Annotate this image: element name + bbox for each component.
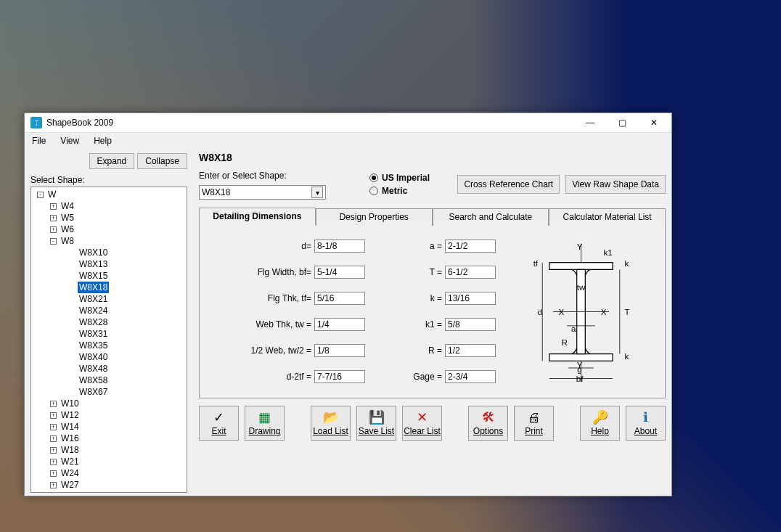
- tree-item-label: W8X67: [78, 386, 109, 398]
- tree-item[interactable]: W8X24: [31, 305, 187, 316]
- menu-view[interactable]: View: [57, 134, 82, 147]
- help-button[interactable]: 🔑Help: [580, 406, 620, 441]
- expand-icon[interactable]: +: [50, 424, 57, 430]
- tree-item[interactable]: -W: [31, 189, 187, 200]
- collapse-icon[interactable]: -: [50, 238, 57, 245]
- tree-item[interactable]: +W4: [31, 200, 187, 212]
- expand-icon[interactable]: +: [50, 459, 57, 465]
- tree-item[interactable]: W8X40: [31, 351, 187, 363]
- client-area: Expand Collapse Select Shape: -W+W4+W5+W…: [25, 149, 671, 497]
- dim-input-R[interactable]: [445, 344, 496, 357]
- dim-k1: k1 =: [387, 318, 496, 331]
- shape-combo[interactable]: W8X18 ▾: [199, 185, 326, 200]
- expand-icon[interactable]: +: [50, 470, 57, 477]
- chevron-down-icon[interactable]: ▾: [311, 187, 323, 198]
- expand-icon[interactable]: +: [50, 412, 57, 419]
- dim-input-T[interactable]: [445, 266, 496, 279]
- tree-item-label: W18: [60, 444, 81, 456]
- tab-detailing[interactable]: Detailing Dimensions: [199, 208, 316, 225]
- expand-icon[interactable]: +: [50, 401, 57, 407]
- tree-item[interactable]: +W6: [31, 224, 187, 235]
- tree-item-label: W12: [60, 409, 81, 421]
- tree-item[interactable]: +W18: [31, 444, 187, 456]
- svg-text:tw: tw: [577, 282, 586, 292]
- clear-list-button[interactable]: ✕Clear List: [402, 406, 442, 441]
- units-us-radio[interactable]: US Imperial: [369, 173, 430, 183]
- svg-text:R: R: [561, 337, 567, 347]
- dim-label: Flg Width, bf=: [258, 267, 311, 277]
- tree-item[interactable]: +W10: [31, 398, 187, 409]
- tree-item[interactable]: W8X13: [31, 258, 187, 270]
- dim-label: k =: [430, 293, 442, 303]
- collapse-icon[interactable]: -: [37, 192, 44, 198]
- tree-item[interactable]: W8X48: [31, 363, 187, 375]
- tree-item-label: W24: [60, 467, 81, 479]
- dim-input-tw2[interactable]: [314, 344, 365, 357]
- tree-item-label: W8X21: [78, 293, 109, 305]
- svg-text:k: k: [625, 258, 629, 267]
- dim-input-tf[interactable]: [314, 292, 365, 305]
- cross-ref-button[interactable]: Cross Reference Chart: [457, 175, 560, 194]
- tree-item-label: W: [46, 189, 57, 200]
- tree-item[interactable]: +W27: [31, 479, 187, 491]
- dim-input-d[interactable]: [314, 240, 365, 253]
- tree-item[interactable]: +W21: [31, 456, 187, 467]
- tab-search[interactable]: Search and Calculate: [433, 208, 549, 226]
- dim-input-d2tf[interactable]: [314, 370, 365, 383]
- tree-item[interactable]: W8X31: [31, 328, 187, 340]
- units-metric-radio[interactable]: Metric: [369, 186, 430, 196]
- expand-icon[interactable]: +: [50, 482, 57, 488]
- shape-tree[interactable]: -W+W4+W5+W6-W8W8X10W8X13W8X15W8X18W8X21W…: [30, 187, 187, 493]
- dim-gage: Gage =: [387, 370, 496, 383]
- tree-item-label: W16: [60, 433, 81, 444]
- maximize-button[interactable]: ▢: [606, 113, 638, 132]
- tree-item[interactable]: +W12: [31, 409, 187, 421]
- tree-item[interactable]: W8X35: [31, 340, 187, 351]
- expand-icon[interactable]: +: [50, 203, 57, 210]
- dim-input-k1[interactable]: [445, 318, 496, 331]
- dim-label: 1/2 Web, tw/2 =: [251, 345, 312, 356]
- dim-input-gage[interactable]: [445, 370, 496, 383]
- drawing-button[interactable]: ▦Drawing: [245, 406, 285, 441]
- exit-button[interactable]: ✓Exit: [199, 406, 239, 441]
- tree-item[interactable]: W8X21: [31, 293, 187, 305]
- options-button[interactable]: 🛠Options: [468, 406, 508, 441]
- print-button[interactable]: 🖨Print: [514, 406, 554, 441]
- tree-item[interactable]: W8X10: [31, 247, 187, 258]
- tab-design[interactable]: Design Properties: [316, 208, 433, 226]
- tab-calc[interactable]: Calculator Material List: [549, 208, 666, 226]
- expand-button[interactable]: Expand: [89, 153, 135, 169]
- dim-label: d-2tf =: [287, 372, 311, 382]
- tree-item[interactable]: W8X67: [31, 386, 187, 398]
- close-button[interactable]: ✕: [638, 113, 670, 132]
- expand-icon[interactable]: +: [50, 447, 57, 454]
- load-list-button[interactable]: 📂Load List: [311, 406, 351, 441]
- save-list-button[interactable]: 💾Save List: [356, 406, 396, 441]
- tree-item[interactable]: +W14: [31, 421, 187, 433]
- tree-item[interactable]: W8X18: [31, 282, 187, 293]
- tree-item-label: W8X15: [78, 270, 109, 282]
- tree-item-label: W4: [60, 200, 75, 212]
- dim-input-k[interactable]: [445, 292, 496, 305]
- minimize-button[interactable]: —: [574, 113, 606, 132]
- expand-icon[interactable]: +: [50, 226, 57, 233]
- about-button[interactable]: ℹAbout: [626, 406, 666, 441]
- expand-icon[interactable]: +: [50, 435, 57, 442]
- tree-item[interactable]: +W24: [31, 467, 187, 479]
- collapse-button[interactable]: Collapse: [137, 153, 187, 169]
- dim-input-bf[interactable]: [314, 266, 365, 279]
- tree-item[interactable]: W8X28: [31, 316, 187, 328]
- tree-item[interactable]: -W8: [31, 235, 187, 247]
- expand-icon[interactable]: +: [50, 215, 57, 221]
- dim-input-tw[interactable]: [314, 318, 365, 331]
- menu-help[interactable]: Help: [91, 134, 115, 147]
- svg-text:T: T: [625, 307, 630, 316]
- dim-input-a[interactable]: [445, 240, 496, 253]
- tree-item[interactable]: +W16: [31, 433, 187, 444]
- tree-item[interactable]: W8X15: [31, 270, 187, 282]
- tree-item[interactable]: +W5: [31, 212, 187, 224]
- menu-file[interactable]: File: [29, 134, 49, 147]
- view-raw-button[interactable]: View Raw Shape Data: [565, 175, 666, 194]
- tree-item[interactable]: W8X58: [31, 375, 187, 386]
- dim-label: Gage =: [413, 372, 442, 382]
